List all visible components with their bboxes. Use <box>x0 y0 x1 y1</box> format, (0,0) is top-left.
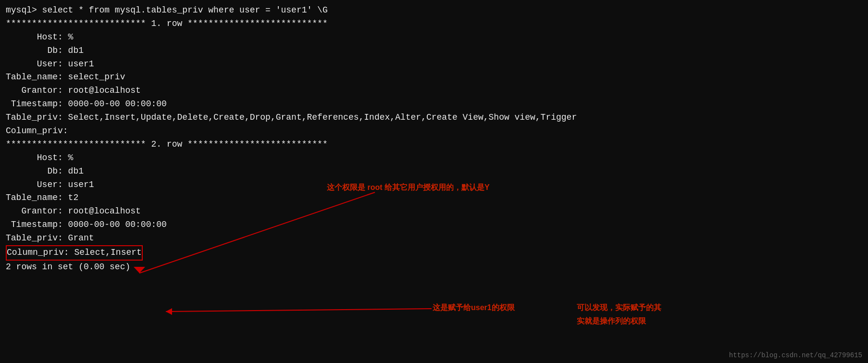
row2-host: Host: % <box>6 151 862 165</box>
row1-table-priv: Table_priv: Select,Insert,Update,Delete,… <box>6 111 862 125</box>
row2-db: Db: db1 <box>6 165 862 178</box>
row2-table-priv: Table_priv: Grant <box>6 232 862 245</box>
row1-column-priv: Column_priv: <box>6 125 862 138</box>
row1-table-name: Table_name: select_priv <box>6 71 862 84</box>
annotation-column-priv-line1: 可以发现，实际赋予的其 <box>577 303 661 313</box>
svg-line-2 <box>166 309 432 312</box>
row2-table-name: Table_name: t2 <box>6 191 862 205</box>
separator-1: *************************** 1. row *****… <box>6 17 862 31</box>
row1-db: Db: db1 <box>6 44 862 58</box>
separator-2: *************************** 2. row *****… <box>6 138 862 151</box>
column-priv-highlight: Column_priv: Select,Insert <box>6 245 143 261</box>
row2-grantor: Grantor: root@localhost <box>6 205 862 218</box>
annotation-user1-priv: 这是赋予给user1的权限 <box>433 303 515 313</box>
row2-timestamp: Timestamp: 0000-00-00 00:00:00 <box>6 218 862 232</box>
footer-line: 2 rows in set (0.00 sec) <box>6 261 862 274</box>
row1-user: User: user1 <box>6 58 862 71</box>
row1-timestamp: Timestamp: 0000-00-00 00:00:00 <box>6 98 862 111</box>
row2-column-priv-line: Column_priv: Select,Insert <box>6 245 862 261</box>
prompt-line: mysql> select * from mysql.tables_priv w… <box>6 4 862 17</box>
annotation-grant-info: 这个权限是 root 给其它用户授权用的，默认是Y <box>327 183 490 193</box>
terminal-window: mysql> select * from mysql.tables_priv w… <box>0 0 868 278</box>
annotation-column-priv-line2: 实就是操作列的权限 <box>577 316 646 326</box>
row1-grantor: Grantor: root@localhost <box>6 84 862 98</box>
row1-host: Host: % <box>6 31 862 44</box>
svg-marker-3 <box>166 308 172 315</box>
url-label: https://blog.csdn.net/qq_42799615 <box>729 351 862 359</box>
